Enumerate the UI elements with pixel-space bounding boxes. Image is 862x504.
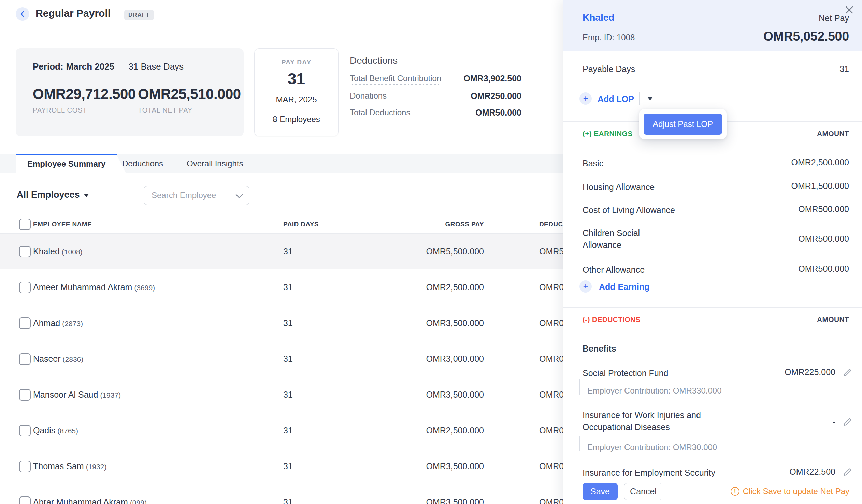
earning-label: Basic	[583, 158, 603, 170]
add-lop-popup: Adjust Past LOP	[639, 109, 727, 139]
earning-label: Housing Allowance	[583, 181, 654, 193]
payroll-cost-label: PAYROLL COST	[33, 106, 87, 114]
earning-amount: OMR500.000	[798, 204, 849, 214]
search-employee-box	[144, 186, 249, 205]
select-all-checkbox[interactable]	[19, 218, 31, 230]
earning-amount: OMR2,500.000	[791, 158, 849, 168]
deduction-amount: OMR22.500	[789, 467, 835, 477]
sub-indent-bar	[579, 436, 580, 451]
row-checkbox[interactable]	[19, 389, 31, 401]
earning-amount: OMR1,500.000	[791, 181, 849, 191]
all-employees-dropdown[interactable]: All Employees	[17, 189, 89, 200]
warning-icon: !	[731, 487, 740, 496]
earning-label: Children Social Allowance	[583, 227, 664, 251]
period-label: Period:	[33, 62, 64, 72]
save-warning: ! Click Save to update Net Pay	[731, 487, 849, 496]
close-icon	[845, 6, 853, 14]
divider	[563, 330, 862, 330]
tab-overall-insights[interactable]: Overall Insights	[187, 154, 243, 173]
deductions-summary-title: Deductions	[350, 55, 397, 66]
status-badge: DRAFT	[124, 10, 154, 20]
payroll-cost-value: OMR29,712.500	[33, 86, 136, 102]
base-days: 31 Base Days	[128, 62, 184, 72]
edit-icon[interactable]	[843, 467, 852, 477]
net-pay-value: OMR5,052.500	[763, 29, 849, 44]
period-row: Period: March 2025 31 Base Days	[33, 62, 184, 72]
row-checkbox[interactable]	[19, 353, 31, 365]
payable-days-label: Payable Days	[583, 64, 635, 74]
deduction-label: Insurance for Work Injuries and Occupati…	[583, 409, 729, 433]
tab-employee-summary[interactable]: Employee Summary	[16, 154, 117, 173]
earnings-header: (+) EARNINGS	[583, 130, 633, 138]
amount-header: AMOUNT	[817, 315, 849, 323]
add-lop-button[interactable]: Add LOP	[598, 94, 634, 104]
total-net-pay-value: OMR25,510.000	[138, 86, 241, 102]
row-checkbox[interactable]	[19, 282, 31, 293]
divider	[563, 307, 862, 308]
cancel-button[interactable]: Cancel	[624, 483, 662, 500]
payday-day: 31	[254, 69, 339, 88]
row-checkbox[interactable]	[19, 461, 31, 472]
employee-id: Emp. ID: 1008	[583, 33, 635, 42]
row-checkbox[interactable]	[19, 246, 31, 257]
edit-icon[interactable]	[843, 368, 852, 377]
row-checkbox[interactable]	[19, 496, 31, 504]
earning-label: Cost of Living Allowance	[583, 204, 675, 216]
col-gross-pay: GROSS PAY	[403, 221, 484, 228]
employee-detail-panel: Khaled Net Pay Emp. ID: 1008 OMR5,052.50…	[563, 0, 862, 504]
divider	[563, 145, 862, 145]
row-checkbox[interactable]	[19, 317, 31, 329]
deduction-amount: OMR225.000	[785, 367, 835, 377]
col-employee-name: EMPLOYEE NAME	[33, 221, 92, 228]
payday-label: PAY DAY	[254, 59, 339, 66]
row-checkbox[interactable]	[19, 425, 31, 437]
deduction-label: Insurance for Employment Security	[583, 467, 715, 479]
plus-icon: +	[579, 92, 592, 105]
total-net-pay-label: TOTAL NET PAY	[138, 106, 193, 114]
deduction-amount: -	[833, 417, 835, 427]
earning-amount: OMR500.000	[798, 264, 849, 274]
col-paid-days: PAID DAYS	[283, 221, 319, 228]
back-button[interactable]	[16, 7, 29, 21]
employer-contribution: Employer Contribution: OMR330.000	[587, 386, 722, 396]
payday-date: MAR, 2025	[254, 95, 339, 104]
adjust-past-lop-button[interactable]: Adjust Past LOP	[644, 114, 722, 135]
close-button[interactable]	[844, 5, 854, 15]
panel-footer: Save Cancel ! Click Save to update Net P…	[563, 478, 862, 504]
plus-icon: +	[579, 280, 592, 293]
employer-contribution: Employer Contribution: OMR30.000	[587, 442, 717, 452]
chevron-down-icon[interactable]	[235, 194, 243, 200]
vertical-separator	[121, 62, 121, 71]
edit-icon[interactable]	[843, 417, 852, 427]
save-button[interactable]: Save	[583, 483, 618, 500]
sub-indent-bar	[579, 379, 580, 395]
period-value: March 2025	[66, 62, 115, 72]
payable-days-value: 31	[839, 64, 849, 74]
deduction-row-amount: OMR250.000	[385, 91, 521, 101]
deduction-label: Social Protection Fund	[583, 367, 668, 379]
chevron-left-icon	[20, 10, 25, 18]
earning-label: Other Allowance	[583, 264, 645, 276]
add-earning-button[interactable]: Add Earning	[599, 282, 650, 292]
search-employee-input[interactable]	[144, 186, 249, 204]
panel-employee-name[interactable]: Khaled	[583, 12, 614, 23]
payday-divider	[262, 109, 330, 109]
benefits-group-label: Benefits	[583, 344, 616, 354]
payday-employees: 8 Employees	[254, 115, 339, 124]
amount-header: AMOUNT	[817, 130, 849, 138]
caret-down-icon	[84, 194, 89, 197]
deduction-row-amount: OMR3,902.500	[385, 74, 521, 83]
deduction-row-label: Donations	[350, 91, 387, 101]
deduction-row-amount: OMR50.000	[385, 108, 521, 118]
add-lop-separator	[639, 92, 640, 105]
deductions-header: (-) DEDUCTIONS	[583, 315, 641, 323]
add-lop-caret-icon[interactable]	[647, 97, 653, 100]
earning-amount: OMR500.000	[798, 234, 849, 244]
tab-deductions[interactable]: Deductions	[122, 154, 163, 173]
page-title: Regular Payroll	[36, 8, 110, 19]
payroll-page: Regular Payroll DRAFT Period: March 2025…	[0, 0, 862, 504]
